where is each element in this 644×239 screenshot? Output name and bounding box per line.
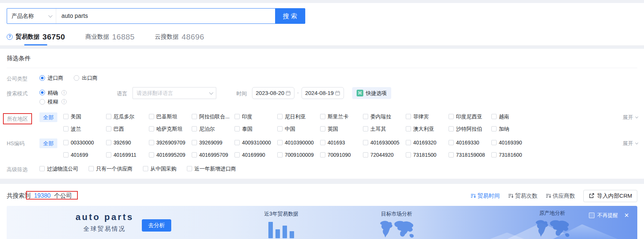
- sort-trade-count[interactable]: 贸易次数: [508, 192, 538, 200]
- radio-exporter[interactable]: 出口商: [74, 74, 98, 82]
- checkbox-icon[interactable]: [39, 166, 45, 171]
- region-all-chip[interactable]: 全部: [39, 112, 57, 122]
- quick-options-button[interactable]: ⌘ 快捷选项: [352, 87, 391, 99]
- checkbox-icon[interactable]: [277, 114, 283, 119]
- hs-expand-link[interactable]: 展开: [623, 139, 637, 147]
- checkbox-icon[interactable]: [449, 140, 454, 145]
- checkbox-icon[interactable]: [63, 126, 68, 131]
- hs-checkbox-item[interactable]: 4016995709: [192, 151, 235, 159]
- checkbox-icon[interactable]: [491, 140, 497, 145]
- search-category-select[interactable]: 产品名称: [7, 9, 56, 23]
- region-checkbox-item[interactable]: 尼泊尔: [192, 125, 235, 133]
- region-checkbox-item[interactable]: 印度: [235, 112, 277, 121]
- radio-selected-icon[interactable]: [39, 90, 45, 95]
- region-checkbox-item[interactable]: 委内瑞拉: [363, 112, 406, 121]
- checkbox-icon[interactable]: [491, 114, 497, 119]
- checkbox-icon[interactable]: [449, 114, 454, 119]
- checkbox-icon[interactable]: [449, 152, 454, 157]
- radio-icon[interactable]: [39, 99, 45, 105]
- hs-checkbox-item[interactable]: 73181500: [406, 151, 449, 159]
- checkbox-icon[interactable]: [106, 140, 111, 145]
- region-checkbox-item[interactable]: 沙特阿拉伯: [449, 125, 491, 133]
- hs-checkbox-item[interactable]: 40169330: [449, 138, 491, 147]
- region-checkbox-item[interactable]: 澳大利亚: [406, 125, 449, 133]
- hs-checkbox-item[interactable]: 401693: [320, 138, 363, 147]
- advanced-checkbox-item[interactable]: 近一年新增进口商: [187, 165, 236, 173]
- checkbox-icon[interactable]: [235, 126, 240, 131]
- region-checkbox-item[interactable]: 哈萨克斯坦: [149, 125, 192, 133]
- radio-importer[interactable]: 进口商: [39, 74, 63, 82]
- checkbox-icon[interactable]: [192, 114, 197, 119]
- tab-cloud-data[interactable]: 云搜数据 48696: [155, 28, 204, 45]
- help-icon[interactable]: [7, 34, 13, 40]
- close-icon[interactable]: ✕: [624, 213, 629, 219]
- info-icon[interactable]: [61, 90, 67, 95]
- checkbox-icon[interactable]: [491, 126, 497, 131]
- dismiss-checkbox[interactable]: [589, 213, 594, 218]
- region-checkbox-item[interactable]: 波兰: [63, 125, 106, 133]
- hs-checkbox-item[interactable]: 40169911: [106, 151, 149, 159]
- language-select[interactable]: 请选择翻译语言: [133, 87, 216, 99]
- hs-checkbox-item[interactable]: 392690: [106, 138, 149, 147]
- hs-checkbox-item[interactable]: 7009100009: [277, 151, 320, 159]
- tab-business-data[interactable]: 商业数据 16885: [85, 28, 135, 45]
- checkbox-icon[interactable]: [406, 114, 411, 119]
- checkbox-icon[interactable]: [320, 126, 325, 131]
- sort-trade-time[interactable]: 贸易时间: [471, 192, 500, 200]
- region-expand-link[interactable]: 展开: [623, 113, 637, 121]
- checkbox-icon[interactable]: [192, 140, 197, 145]
- region-checkbox-item[interactable]: 尼日利亚: [277, 112, 320, 121]
- checkbox-icon[interactable]: [406, 140, 411, 145]
- checkbox-icon[interactable]: [363, 152, 368, 157]
- checkbox-icon[interactable]: [406, 152, 411, 157]
- hs-checkbox-item[interactable]: 40169990: [235, 151, 277, 159]
- hs-all-chip[interactable]: 全部: [39, 138, 57, 148]
- checkbox-icon[interactable]: [491, 152, 497, 157]
- checkbox-icon[interactable]: [187, 166, 192, 171]
- region-checkbox-item[interactable]: 英国: [320, 125, 363, 133]
- hs-checkbox-item[interactable]: 70091090: [320, 151, 363, 159]
- checkbox-icon[interactable]: [320, 140, 325, 145]
- region-checkbox-item[interactable]: 印度尼西亚: [449, 112, 491, 121]
- checkbox-icon[interactable]: [106, 114, 111, 119]
- checkbox-icon[interactable]: [89, 166, 94, 171]
- checkbox-icon[interactable]: [320, 152, 325, 157]
- analyze-button[interactable]: 去分析: [142, 219, 171, 232]
- checkbox-icon[interactable]: [149, 152, 154, 157]
- hs-checkbox-item[interactable]: 73181600: [491, 151, 637, 159]
- advanced-checkbox-item[interactable]: 从中国采购: [143, 165, 176, 173]
- checkbox-icon[interactable]: [63, 140, 68, 145]
- radio-exact[interactable]: 精确: [39, 89, 67, 97]
- region-checkbox-item[interactable]: 越南: [491, 112, 637, 121]
- checkbox-icon[interactable]: [106, 126, 111, 131]
- region-checkbox-item[interactable]: 巴基斯坦: [149, 112, 192, 121]
- region-checkbox-item[interactable]: 巴西: [106, 125, 149, 133]
- region-checkbox-item[interactable]: 泰国: [235, 125, 277, 133]
- hs-checkbox-item[interactable]: 4016995209: [149, 151, 192, 159]
- region-checkbox-item[interactable]: 斯里兰卡: [320, 112, 363, 121]
- hs-checkbox-item[interactable]: 40169390: [491, 138, 637, 147]
- checkbox-icon[interactable]: [277, 152, 283, 157]
- hs-checkbox-item[interactable]: 4009310000: [235, 138, 277, 147]
- checkbox-icon[interactable]: [406, 126, 411, 131]
- checkbox-icon[interactable]: [192, 152, 197, 157]
- radio-fuzzy[interactable]: 模糊: [39, 98, 67, 106]
- search-input[interactable]: auto parts: [56, 9, 275, 23]
- hs-checkbox-item[interactable]: 4010390000: [277, 138, 320, 147]
- hs-checkbox-item[interactable]: 401699: [63, 151, 106, 159]
- region-checkbox-item[interactable]: 美国: [63, 112, 106, 121]
- date-end-input[interactable]: 2024-08-19: [302, 87, 344, 99]
- region-checkbox-item[interactable]: 阿拉伯联合...: [192, 112, 235, 121]
- hs-checkbox-item[interactable]: 40169320: [406, 138, 449, 147]
- radio-selected-icon[interactable]: [39, 75, 45, 81]
- import-crm-button[interactable]: 导入内部CRM: [583, 190, 637, 202]
- region-checkbox-item[interactable]: 菲律宾: [406, 112, 449, 121]
- checkbox-icon[interactable]: [149, 114, 154, 119]
- checkbox-icon[interactable]: [363, 140, 368, 145]
- checkbox-icon[interactable]: [143, 166, 148, 171]
- checkbox-icon[interactable]: [106, 152, 111, 157]
- date-start-input[interactable]: 2023-08-20: [252, 87, 294, 99]
- checkbox-icon[interactable]: [363, 126, 368, 131]
- checkbox-icon[interactable]: [63, 152, 68, 157]
- region-checkbox-item[interactable]: 厄瓜多尔: [106, 112, 149, 121]
